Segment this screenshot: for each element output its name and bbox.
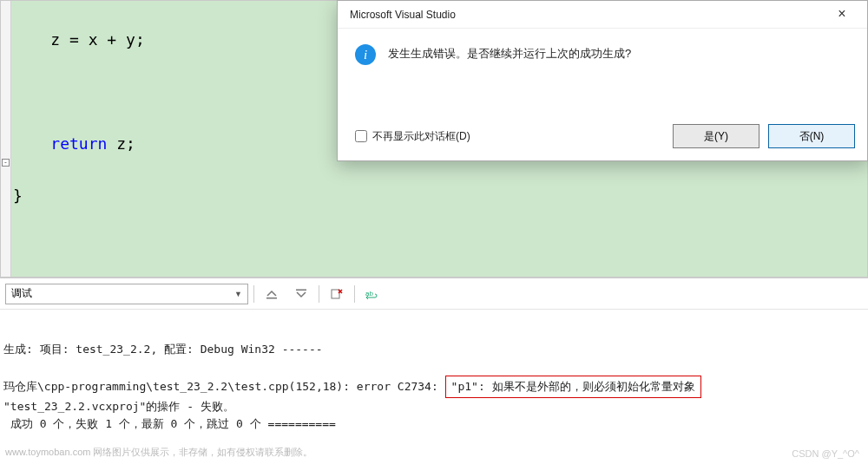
checkbox-label: 不再显示此对话框(D) <box>372 129 470 144</box>
keyword: return <box>13 134 107 153</box>
error-highlight: "p1": 如果不是外部的，则必须初始化常量对象 <box>445 376 701 398</box>
toolbar-separator <box>354 285 355 303</box>
toolbar-separator <box>253 285 254 303</box>
toolbar-separator <box>319 285 319 303</box>
checkbox-input[interactable] <box>355 130 367 142</box>
output-line: 生成: 项目: test_23_2.2, 配置: Debug Win32 ---… <box>3 343 323 356</box>
output-line: "test_23_2.2.vcxproj"的操作 - 失败。 <box>3 400 234 413</box>
dont-show-again-checkbox[interactable]: 不再显示此对话框(D) <box>355 129 664 144</box>
no-button[interactable]: 否(N) <box>768 124 855 148</box>
svg-rect-2 <box>332 290 339 298</box>
combo-value: 调试 <box>11 286 32 301</box>
dialog-title: Microsoft Visual Studio <box>350 9 822 21</box>
output-text[interactable]: 生成: 项目: test_23_2.2, 配置: Debug Win32 ---… <box>0 310 868 457</box>
watermark-right: CSDN @Y_^O^ <box>792 448 859 459</box>
dialog-titlebar[interactable]: Microsoft Visual Studio × <box>338 1 867 29</box>
dialog-body: i 发生生成错误。是否继续并运行上次的成功生成? <box>338 29 867 115</box>
dialog-footer: 不再显示此对话框(D) 是(Y) 否(N) <box>338 115 867 160</box>
gutter <box>1 1 11 277</box>
svg-rect-1 <box>296 289 306 291</box>
info-icon: i <box>355 44 376 65</box>
yes-button[interactable]: 是(Y) <box>673 124 760 148</box>
close-icon[interactable]: × <box>822 4 862 25</box>
output-panel: 调试 ▼ ab 生成: 项目: test_23_2.2, 配置: Debug W… <box>0 278 868 464</box>
brace: } <box>13 186 23 205</box>
clear-all-icon[interactable] <box>325 284 349 304</box>
output-source-combo[interactable]: 调试 ▼ <box>5 284 248 304</box>
output-line: 玛仓库\cpp-programming\test_23_2.2\test.cpp… <box>3 380 445 393</box>
watermark-left: www.toymoban.com 网络图片仅供展示，非存储，如有侵权请联系删除。 <box>5 446 312 459</box>
code-text: z = x + y; <box>13 30 145 49</box>
word-wrap-icon[interactable]: ab <box>360 284 385 304</box>
code-text: z; <box>107 134 135 153</box>
fold-toggle-icon[interactable]: - <box>2 159 10 167</box>
next-message-icon[interactable] <box>289 284 313 304</box>
build-error-dialog: Microsoft Visual Studio × i 发生生成错误。是否继续并… <box>337 0 868 161</box>
svg-rect-0 <box>266 297 277 299</box>
prev-message-icon[interactable] <box>260 284 284 304</box>
chevron-down-icon: ▼ <box>234 290 242 298</box>
dialog-message: 发生生成错误。是否继续并运行上次的成功生成? <box>388 44 631 89</box>
svg-text:ab: ab <box>365 290 373 297</box>
output-line: 成功 0 个，失败 1 个，最新 0 个，跳过 0 个 ========== <box>3 417 336 430</box>
output-toolbar: 调试 ▼ ab <box>0 278 868 310</box>
